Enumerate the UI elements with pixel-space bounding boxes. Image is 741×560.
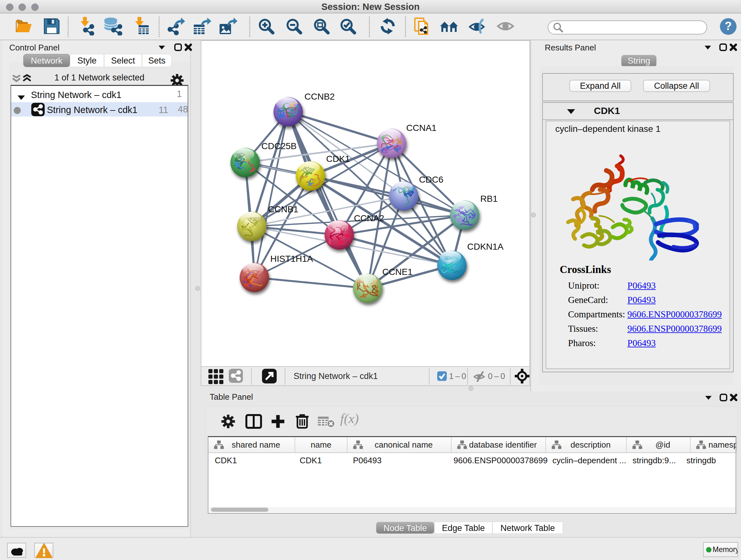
svg-text:CCNA1: CCNA1 [406,123,436,133]
svg-text:CCNE1: CCNE1 [382,267,413,277]
svg-text:CCNB2: CCNB2 [305,91,335,102]
svg-text:RB1: RB1 [480,194,497,204]
svg-text:HIST1H1A: HIST1H1A [270,254,313,264]
svg-text:CDC25B: CDC25B [261,141,296,151]
svg-text:CCNB1: CCNB1 [268,204,298,214]
svg-text:CDK1: CDK1 [326,154,350,164]
svg-text:CDC6: CDC6 [419,175,443,185]
svg-text:CCNA2: CCNA2 [354,213,384,223]
svg-text:CDKN1A: CDKN1A [467,242,503,252]
